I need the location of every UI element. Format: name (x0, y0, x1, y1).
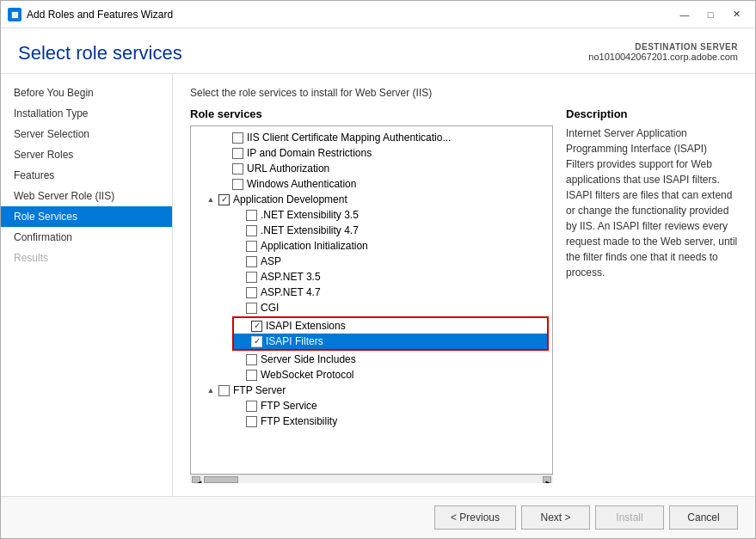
content-area: Select role services DESTINATION SERVER … (1, 28, 755, 538)
label-ftp-server: FTP Server (233, 384, 286, 396)
checkbox-net47[interactable] (246, 225, 257, 236)
horizontal-scrollbar[interactable]: ◄ ► (190, 475, 553, 483)
destination-info: DESTINATION SERVER no1010042067201.corp.… (588, 42, 738, 62)
role-services-col: Role services IIS Client Certificate Map… (190, 107, 553, 483)
right-panel: Select the role services to install for … (173, 74, 755, 496)
close-button[interactable]: ✕ (724, 6, 748, 23)
expand-placeholder-4 (218, 178, 230, 190)
sidebar-item-confirmation[interactable]: Confirmation (1, 227, 172, 248)
destination-server: no1010042067201.corp.adobe.com (588, 52, 738, 62)
sidebar-item-installation-type[interactable]: Installation Type (1, 103, 172, 124)
checkbox-app-dev[interactable] (218, 194, 230, 205)
window-icon: ▦ (8, 8, 22, 21)
label-asp: ASP (261, 255, 281, 267)
tree-item-app-dev[interactable]: ▲ Application Development (191, 192, 552, 207)
checkbox-url-auth[interactable] (232, 163, 243, 175)
checkbox-ip-domain[interactable] (232, 148, 243, 159)
checkbox-app-init[interactable] (246, 241, 257, 252)
checkbox-aspnet35[interactable] (246, 272, 257, 283)
tree-item-asp[interactable]: ASP (191, 254, 552, 269)
sidebar-item-before-you-begin[interactable]: Before You Begin (1, 83, 172, 103)
tree-item-aspnet47[interactable]: ASP.NET 4.7 (191, 285, 552, 300)
tree-item-net35[interactable]: .NET Extensibility 3.5 (191, 207, 552, 223)
checkbox-websocket[interactable] (246, 370, 257, 381)
checkbox-asp[interactable] (246, 256, 257, 267)
tree-item-iis-client-cert[interactable]: IIS Client Certificate Mapping Authentic… (191, 130, 552, 145)
checkbox-isapi-ext[interactable] (251, 321, 262, 332)
next-button[interactable]: Next > (521, 505, 590, 530)
tree-item-ftp-service[interactable]: FTP Service (191, 398, 552, 413)
destination-label: DESTINATION SERVER (588, 42, 738, 52)
tree-item-websocket[interactable]: WebSocket Protocol (191, 367, 552, 383)
previous-button[interactable]: < Previous (434, 505, 516, 530)
sidebar-item-role-services[interactable]: Role Services (1, 206, 172, 227)
label-net35: .NET Extensibility 3.5 (261, 209, 359, 221)
checkbox-ftp-server[interactable] (218, 385, 230, 396)
checkbox-net35[interactable] (246, 210, 257, 221)
checkbox-isapi-filters[interactable] (251, 336, 262, 347)
scroll-right-btn[interactable]: ► (543, 476, 551, 483)
sidebar-item-server-roles[interactable]: Server Roles (1, 144, 172, 165)
expand-placeholder-6 (232, 224, 244, 236)
sidebar-item-web-server-role[interactable]: Web Server Role (IIS) (1, 186, 172, 206)
expand-placeholder-3 (218, 162, 230, 175)
checkbox-ftp-service[interactable] (246, 401, 257, 412)
cancel-button[interactable]: Cancel (669, 505, 738, 530)
expand-placeholder-15 (232, 369, 244, 381)
tree-item-server-side-includes[interactable]: Server Side Includes (191, 352, 552, 367)
tree-item-aspnet35[interactable]: ASP.NET 3.5 (191, 269, 552, 285)
page-title: Select role services (18, 42, 182, 64)
checkbox-iis-client-cert[interactable] (232, 132, 243, 144)
tree-item-ftp-server[interactable]: ▲ FTP Server (191, 383, 552, 398)
window-title: Add Roles and Features Wizard (27, 9, 673, 21)
expand-placeholder-7 (232, 240, 244, 252)
checkbox-server-side-includes[interactable] (246, 354, 257, 365)
tree-item-isapi-filters[interactable]: ISAPI Filters (234, 334, 547, 349)
main-window: ▦ Add Roles and Features Wizard — □ ✕ Se… (0, 0, 756, 539)
maximize-button[interactable]: □ (698, 6, 722, 23)
description-col: Description Internet Server Application … (566, 107, 738, 483)
minimize-button[interactable]: — (673, 6, 697, 23)
label-aspnet35: ASP.NET 3.5 (261, 271, 321, 283)
tree-item-url-auth[interactable]: URL Authorization (191, 161, 552, 176)
label-websocket: WebSocket Protocol (261, 369, 354, 381)
expand-placeholder-5 (232, 209, 244, 221)
instruction-text: Select the role services to install for … (190, 87, 738, 99)
checkbox-aspnet47[interactable] (246, 287, 257, 298)
expand-placeholder (218, 132, 230, 144)
scroll-left-btn[interactable]: ◄ (192, 476, 200, 483)
columns: Role services IIS Client Certificate Map… (190, 107, 738, 483)
tree-item-ftp-extensibility[interactable]: FTP Extensibility (191, 413, 552, 429)
label-ip-domain: IP and Domain Restrictions (247, 147, 372, 159)
label-app-init: Application Initialization (261, 240, 368, 252)
tree-item-net47[interactable]: .NET Extensibility 4.7 (191, 223, 552, 238)
red-box-group: ISAPI Extensions ISAPI Filters (232, 316, 549, 351)
checkbox-windows-auth[interactable] (232, 179, 243, 190)
expand-placeholder-8 (232, 255, 244, 267)
expand-placeholder-14 (232, 353, 244, 365)
label-aspnet47: ASP.NET 4.7 (261, 286, 321, 298)
tree-item-app-init[interactable]: Application Initialization (191, 238, 552, 254)
expand-icon-app-dev[interactable]: ▲ (205, 193, 217, 205)
expand-placeholder-2 (218, 147, 230, 159)
expand-placeholder-9 (232, 271, 244, 283)
tree-item-windows-auth[interactable]: Windows Authentication (191, 176, 552, 192)
label-isapi-ext: ISAPI Extensions (266, 320, 346, 332)
tree-item-cgi[interactable]: CGI (191, 300, 552, 315)
window-controls: — □ ✕ (673, 6, 748, 23)
scroll-thumb[interactable] (204, 476, 238, 483)
tree-container[interactable]: IIS Client Certificate Mapping Authentic… (190, 126, 553, 475)
sidebar-item-server-selection[interactable]: Server Selection (1, 124, 172, 144)
checkbox-ftp-extensibility[interactable] (246, 416, 257, 427)
tree-item-isapi-ext[interactable]: ISAPI Extensions (234, 318, 547, 334)
label-url-auth: URL Authorization (247, 162, 329, 175)
checkbox-cgi[interactable] (246, 303, 257, 314)
sidebar-item-features[interactable]: Features (1, 165, 172, 186)
footer: < Previous Next > Install Cancel (1, 496, 755, 538)
title-bar: ▦ Add Roles and Features Wizard — □ ✕ (1, 1, 755, 28)
header-section: Select role services DESTINATION SERVER … (1, 28, 755, 74)
role-services-header: Role services (190, 107, 553, 120)
expand-icon-ftp[interactable]: ▲ (205, 384, 217, 396)
tree-item-ip-domain[interactable]: IP and Domain Restrictions (191, 145, 552, 161)
install-button[interactable]: Install (595, 505, 664, 530)
